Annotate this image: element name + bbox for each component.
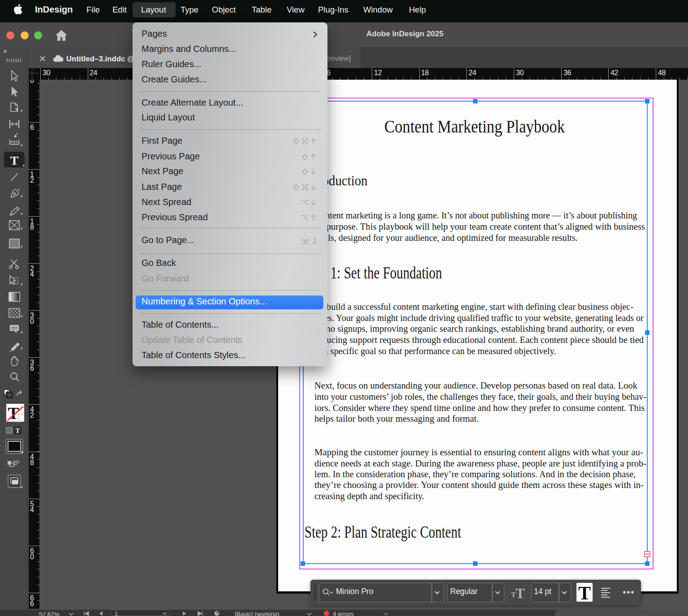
- svg-text:T: T: [15, 427, 20, 434]
- svg-text:T: T: [10, 154, 19, 167]
